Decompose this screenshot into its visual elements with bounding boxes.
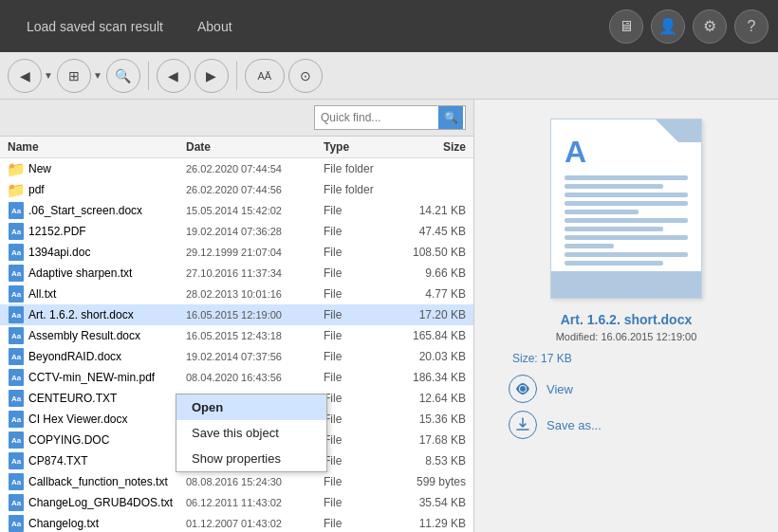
grid-list-group: ⊞ ▼ <box>57 59 102 93</box>
folder-icon: 📁 <box>8 181 25 198</box>
file-date: 19.02.2014 07:37:56 <box>186 351 324 362</box>
col-header-type[interactable]: Type <box>324 140 399 154</box>
search-btn[interactable]: 🔍 <box>106 59 140 93</box>
doc-icon: Aa <box>8 223 25 240</box>
file-date: 26.02.2020 07:44:54 <box>186 163 324 174</box>
file-row[interactable]: AaCallback_function_notes.txt08.08.2016 … <box>0 471 473 492</box>
col-header-size[interactable]: Size <box>399 140 466 154</box>
file-name: COPYING.DOC <box>28 433 186 447</box>
file-name: CI Hex Viewer.docx <box>28 413 186 426</box>
search-input[interactable] <box>315 108 438 127</box>
file-row[interactable]: Aa.06_Start_screen.docx15.05.2014 15:42:… <box>0 200 473 221</box>
view-btn[interactable]: View <box>509 375 602 403</box>
file-size: 14.21 KB <box>399 204 466 217</box>
file-name: Callback_function_notes.txt <box>28 475 186 488</box>
sep2 <box>236 62 237 90</box>
file-name: ChangeLog_GRUB4DOS.txt <box>28 496 186 509</box>
search-submit-btn[interactable]: 🔍 <box>438 106 463 129</box>
file-name: All.txt <box>28 287 186 301</box>
preview-modified: Modified: 16.06.2015 12:19:00 <box>556 331 697 342</box>
doc-icon: Aa <box>8 452 25 469</box>
doc-line-9 <box>565 244 614 248</box>
save-as-btn[interactable]: Save as... <box>509 411 602 439</box>
preview-actions: View Save as... <box>509 375 602 439</box>
preview-size: Size: 17 KB <box>512 352 572 365</box>
context-menu-save[interactable]: Save this object <box>176 420 326 446</box>
grid-view-btn[interactable]: ⊞ <box>57 59 91 93</box>
nav-about[interactable]: About <box>190 15 240 38</box>
file-row[interactable]: AaAssembly Result.docx16.05.2015 12:43:1… <box>0 325 473 346</box>
file-date: 08.04.2020 16:43:56 <box>186 372 324 383</box>
file-list: 📁New26.02.2020 07:44:54File folder📁pdf26… <box>0 158 473 532</box>
file-row[interactable]: AaArt. 1.6.2. short.docx16.05.2015 12:19… <box>0 304 473 325</box>
file-size: 8.53 KB <box>399 454 466 468</box>
file-type: File <box>324 392 399 405</box>
file-size: 186.34 KB <box>399 371 466 384</box>
file-name: CCTV-min_NEW-min.pdf <box>28 371 186 384</box>
file-size: 4.77 KB <box>399 287 466 301</box>
context-menu: Open Save this object Show properties <box>176 394 327 472</box>
grid-dropdown-arrow[interactable]: ▼ <box>93 70 102 81</box>
text-btn[interactable]: AÄ <box>245 59 285 93</box>
file-size: 35.54 KB <box>399 496 466 509</box>
header: Load saved scan result About 🖥 👤 ⚙ ? <box>0 0 778 52</box>
doc-line-7 <box>565 227 663 231</box>
col-header-date[interactable]: Date <box>186 140 324 154</box>
col-header-name[interactable]: Name <box>8 140 186 154</box>
doc-line-5 <box>565 210 639 214</box>
view-toggle-group: ◀ ▼ <box>8 59 53 93</box>
file-size: 17.68 KB <box>399 433 466 447</box>
settings-btn[interactable]: ⊙ <box>288 59 323 93</box>
file-name: pdf <box>28 183 186 196</box>
file-row[interactable]: AaChangelog.txt01.12.2007 01:43:02File11… <box>0 513 473 532</box>
view-icon <box>509 375 537 403</box>
context-menu-properties[interactable]: Show properties <box>176 446 326 471</box>
file-type: File <box>324 246 399 259</box>
file-type: File <box>324 475 399 488</box>
file-row[interactable]: Aa12152.PDF19.02.2014 07:36:28File47.45 … <box>0 221 473 242</box>
toolbar: ◀ ▼ ⊞ ▼ 🔍 ◀ ▶ AÄ ⊙ <box>0 52 778 100</box>
next-btn[interactable]: ▶ <box>194 59 229 93</box>
save-icon <box>509 411 537 439</box>
file-name: New <box>28 162 186 175</box>
user-icon-btn[interactable]: 👤 <box>651 9 685 44</box>
sep1 <box>148 62 149 90</box>
gear-icon-btn[interactable]: ⚙ <box>693 9 727 44</box>
monitor-icon-btn[interactable]: 🖥 <box>609 9 643 44</box>
file-row[interactable]: AaAll.txt28.02.2013 10:01:16File4.77 KB <box>0 284 473 304</box>
file-row[interactable]: Aa1394api.doc29.12.1999 21:07:04File108.… <box>0 242 473 263</box>
file-date: 28.02.2013 10:01:16 <box>186 288 324 300</box>
file-row[interactable]: AaCCTV-min_NEW-min.pdf08.04.2020 16:43:5… <box>0 367 473 388</box>
file-name: Changelog.txt <box>28 517 186 530</box>
header-icons: 🖥 👤 ⚙ ? <box>609 9 769 44</box>
doc-icon: Aa <box>8 369 25 386</box>
context-menu-open[interactable]: Open <box>176 394 326 420</box>
doc-icon: Aa <box>8 494 25 511</box>
prev-btn[interactable]: ◀ <box>157 59 191 93</box>
doc-icon: Aa <box>8 327 25 344</box>
file-row[interactable]: AaAdaptive sharpen.txt27.10.2016 11:37:3… <box>0 263 473 284</box>
back-dropdown-arrow[interactable]: ▼ <box>44 70 53 81</box>
file-name: .06_Start_screen.docx <box>28 204 186 217</box>
file-date: 19.02.2014 07:36:28 <box>186 226 324 237</box>
preview-filename: Art. 1.6.2. short.docx <box>561 312 692 327</box>
file-row[interactable]: AaBeyondRAID.docx19.02.2014 07:37:56File… <box>0 346 473 367</box>
file-date: 27.10.2016 11:37:34 <box>186 267 324 279</box>
back-btn[interactable]: ◀ <box>8 59 42 93</box>
file-row[interactable]: 📁New26.02.2020 07:44:54File folder <box>0 158 473 179</box>
doc-preview-lines <box>565 175 688 266</box>
file-type: File <box>324 266 399 280</box>
file-panel: 🔍 Name Date Type Size 📁New26.02.2020 07:… <box>0 100 474 532</box>
help-icon-btn[interactable]: ? <box>734 9 769 44</box>
doc-corner-fold <box>678 119 701 142</box>
file-type: File <box>324 287 399 301</box>
doc-icon: Aa <box>8 265 25 282</box>
nav-load-scan[interactable]: Load saved scan result <box>19 15 171 38</box>
doc-icon: Aa <box>8 244 25 261</box>
file-size: 108.50 KB <box>399 246 466 259</box>
file-date: 29.12.1999 21:07:04 <box>186 247 324 258</box>
main: 🔍 Name Date Type Size 📁New26.02.2020 07:… <box>0 100 778 532</box>
doc-icon: Aa <box>8 306 25 323</box>
file-row[interactable]: 📁pdf26.02.2020 07:44:56File folder <box>0 179 473 200</box>
file-row[interactable]: AaChangeLog_GRUB4DOS.txt06.12.2011 11:43… <box>0 492 473 513</box>
